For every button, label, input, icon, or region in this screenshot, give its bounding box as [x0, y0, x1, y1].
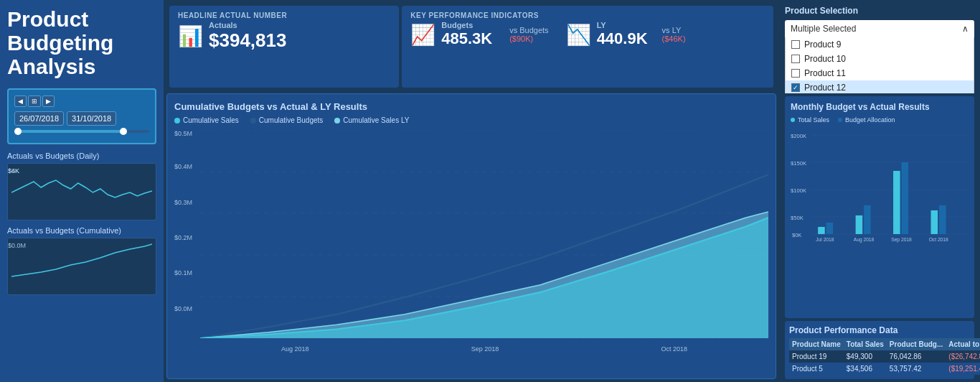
app-title: Product Budgeting Analysis	[7, 7, 156, 78]
cumulative-svg	[200, 130, 768, 338]
svg-text:$50K: $50K	[791, 215, 804, 221]
product-dropdown-header[interactable]: Multiple Selected ∧	[785, 20, 974, 37]
vs-budgets-sub: ($90K)	[509, 34, 548, 43]
svg-text:$100K: $100K	[791, 187, 807, 194]
left-panel: Product Budgeting Analysis ◀ ⊞ ▶ 26/07/2…	[0, 0, 164, 382]
svg-rect-24	[931, 210, 938, 234]
table-row: Product 19 $49,300 76,042.86 ($26,742.86…	[789, 350, 980, 363]
vs-ly-sub: ($46K)	[662, 34, 686, 43]
date-fwd-btn[interactable]: ▶	[42, 96, 55, 107]
dropdown-chevron-icon: ∧	[962, 24, 969, 34]
date-slider-track[interactable]	[14, 130, 149, 133]
checkbox-product-9[interactable]	[791, 40, 800, 49]
date-pills: 26/07/2018 31/10/2018	[14, 111, 149, 126]
headline-kpi-content: 📊 Actuals $394,813	[178, 21, 390, 52]
svg-rect-18	[818, 227, 825, 234]
svg-rect-19	[826, 223, 834, 234]
cumulative-chart-area: $0.5M $0.4M $0.3M $0.2M $0.1M $0.0M	[174, 130, 768, 353]
legend-label-ly: Cumulative Sales LY	[343, 116, 409, 124]
list-item[interactable]: Product 10	[786, 52, 974, 66]
svg-rect-25	[939, 205, 946, 234]
legend-dot-total-sales	[791, 118, 795, 122]
table-section: Product Performance Data Product Name To…	[785, 321, 974, 379]
svg-text:$200K: $200K	[791, 133, 807, 139]
product-9-label: Product 9	[804, 39, 841, 50]
actuals-value: $394,813	[209, 29, 286, 52]
cell-sales-1: $34,506	[844, 363, 887, 375]
kpi-title: Key Performance Indicators	[410, 11, 765, 19]
legend-label-budget-alloc: Budget Allocation	[845, 116, 895, 124]
svg-rect-20	[856, 215, 863, 234]
svg-rect-22	[893, 171, 900, 234]
legend-cumulative-sales: Cumulative Sales	[174, 116, 239, 124]
bar-chart-title: Monthly Budget vs Actual Results	[791, 102, 969, 112]
checkbox-product-12[interactable]: ✓	[791, 83, 800, 92]
date-filter-controls: ◀ ⊞ ▶	[14, 96, 55, 107]
list-item[interactable]: Product 11	[786, 66, 974, 80]
svg-text:Aug 2018: Aug 2018	[854, 237, 875, 243]
cumulative-chart-section: Cumulative Budgets vs Actual & LY Result…	[166, 93, 776, 379]
cell-product-name-1: Product 5	[789, 363, 844, 375]
checkbox-product-11[interactable]	[791, 69, 800, 78]
svg-text:$150K: $150K	[791, 160, 807, 167]
legend-total-sales: Total Sales	[791, 116, 829, 124]
cumulative-mini-chart: $0.0M	[7, 238, 156, 295]
ly-icon: 📉	[566, 23, 591, 47]
bar-chart-area: $200K $150K $100K $50K $0K	[791, 128, 969, 243]
legend-budget-alloc: Budget Allocation	[838, 116, 895, 124]
table-title: Product Performance Data	[789, 325, 970, 335]
legend-dot-ly	[334, 118, 340, 124]
kpi-card: Key Performance Indicators 📈 Budgets 485…	[402, 6, 773, 88]
cumulative-chart-title: Actuals vs Budgets (Cumulative)	[7, 226, 156, 235]
daily-chart-title: Actuals vs Budgets (Daily)	[7, 152, 156, 160]
legend-dot-budget-alloc	[838, 118, 842, 122]
y-label-0: $0.5M	[174, 130, 192, 137]
y-label-5: $0.0M	[174, 305, 192, 312]
actuals-icon: 📊	[178, 24, 203, 48]
legend-dot-sales	[174, 118, 180, 124]
table-row: Product 5 $34,506 53,757.42 ($19,251.42)…	[789, 363, 980, 375]
daily-chart-section: Actuals vs Budgets (Daily) $6K $4K Actua…	[7, 152, 156, 301]
start-date-pill[interactable]: 26/07/2018	[14, 111, 64, 126]
date-back-btn[interactable]: ◀	[14, 96, 27, 107]
list-item[interactable]: ✓ Product 12	[786, 80, 974, 95]
legend-cumulative-ly: Cumulative Sales LY	[334, 116, 409, 124]
cumulative-chart-legend: Cumulative Sales Cumulative Budgets Cumu…	[174, 116, 768, 124]
product-10-label: Product 10	[804, 54, 846, 64]
x-axis: Aug 2018 Sep 2018 Oct 2018	[200, 345, 768, 353]
right-panel: Monthly Budget vs Actual Results Total S…	[779, 93, 980, 382]
top-center: Headline Actual Number 📊 Actuals $394,81…	[164, 0, 779, 93]
daily-sparkline	[11, 167, 152, 203]
daily-mini-chart: $6K $4K	[7, 163, 156, 220]
y-label-3: $0.2M	[174, 234, 192, 241]
product-selection-title: Product Selection	[785, 6, 974, 16]
col-actual-to-budget: Actual to Budgets	[946, 338, 980, 350]
bar-chart-section: Monthly Budget vs Actual Results Total S…	[785, 96, 974, 318]
vs-ly-label: vs LY	[662, 26, 686, 34]
budgets-value: 485.3K	[441, 29, 492, 48]
cumulative-label: $0.0M	[8, 242, 26, 249]
cell-actual-budget-1: ($19,251.42)	[946, 363, 980, 375]
cell-actual-budget-0: ($26,742.86)	[946, 350, 980, 363]
ly-label: LY	[597, 21, 648, 29]
list-item[interactable]: Product 9	[786, 37, 974, 52]
y-label-4: $0.1M	[174, 269, 192, 276]
x-label-oct: Oct 2018	[661, 345, 687, 353]
svg-text:Oct 2018: Oct 2018	[929, 237, 948, 242]
cumulative-sparkline	[11, 242, 152, 278]
svg-text:Jul 2018: Jul 2018	[816, 237, 834, 242]
col-total-sales: Total Sales	[844, 338, 887, 350]
x-label-aug: Aug 2018	[281, 345, 309, 353]
end-date-pill[interactable]: 31/10/2018	[67, 111, 116, 126]
kpi-content: 📈 Budgets 485.3K vs Budgets ($90K) 📉 LY …	[410, 21, 765, 48]
performance-table: Product Name Total Sales Product Budg...…	[789, 338, 980, 375]
bar-chart-legend: Total Sales Budget Allocation	[791, 116, 969, 124]
svg-text:$0K: $0K	[792, 232, 802, 238]
date-expand-btn[interactable]: ⊞	[28, 96, 41, 107]
checkbox-product-10[interactable]	[791, 55, 800, 63]
y-axis: $0.5M $0.4M $0.3M $0.2M $0.1M $0.0M	[174, 130, 200, 338]
legend-cumulative-budgets: Cumulative Budgets	[250, 116, 324, 124]
date-filter-box: ◀ ⊞ ▶ 26/07/2018 31/10/2018	[7, 88, 156, 144]
ly-value: 440.9K	[597, 29, 648, 48]
cell-budget-1: 53,757.42	[887, 363, 946, 375]
